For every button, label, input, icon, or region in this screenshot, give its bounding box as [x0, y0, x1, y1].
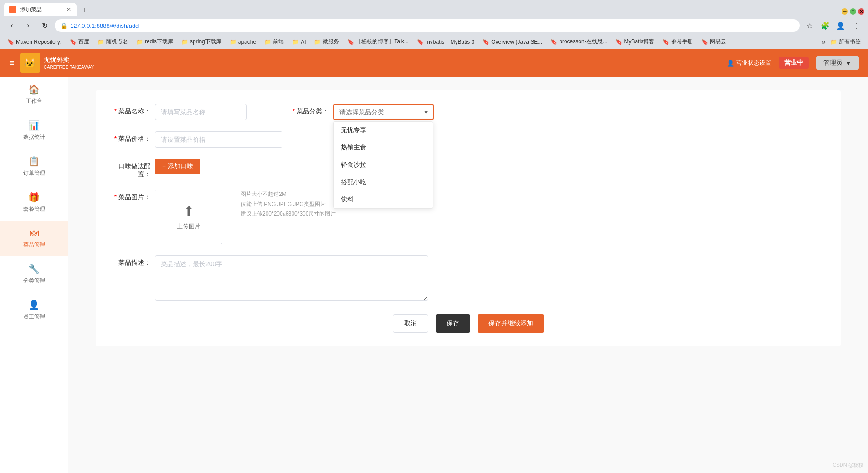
required-star-img: *	[114, 193, 117, 201]
bookmarks-bar: 🔖 Maven Repository: 🔖 百度 📁 随机点名 📁 redis下…	[0, 35, 868, 49]
upload-btn-label: 上传图片	[177, 222, 200, 231]
bookmark-java[interactable]: 🔖 Overview (Java SE...	[479, 37, 546, 46]
save-continue-button[interactable]: 保存并继续添加	[478, 314, 544, 333]
sidebar-item-stats-label: 数据统计	[23, 134, 45, 141]
bookmark-frontend[interactable]: 📁 前端	[261, 36, 288, 47]
sidebar-item-employees[interactable]: 👤 员工管理	[0, 292, 68, 328]
category-select-wrapper: ▼ 无忧专享 热销主食 轻食沙拉 搭配小吃 饮料	[333, 104, 434, 120]
form-col-name: * 菜品名称：	[114, 104, 247, 120]
bookmark-mybatis[interactable]: 🔖 mybatis – MyBatis 3	[413, 37, 478, 46]
watermark: CSDN @杨校	[833, 462, 863, 468]
stats-icon: 📊	[28, 120, 40, 131]
dishes-icon: 🍽	[30, 228, 39, 238]
add-flavor-btn[interactable]: + 添加口味	[155, 159, 200, 174]
more-options-icon[interactable]: ⋮	[850, 19, 863, 32]
upload-icon: ⬆	[184, 204, 194, 219]
business-settings-btn[interactable]: 👤 营业状态设置	[727, 59, 771, 67]
address-bar[interactable]: 🔒 127.0.0.1:8888/#/dish/add	[55, 19, 800, 32]
bookmark-microservice[interactable]: 📁 微服务	[310, 36, 343, 47]
form-row-image: * 菜品图片： ⬆ 上传图片 图片大小不超过2M 仅能上传 PNG JPEG J…	[114, 190, 822, 244]
bookmark-processon[interactable]: 🔖 processon-在线思...	[547, 36, 611, 47]
dish-name-input[interactable]	[155, 104, 247, 120]
save-button[interactable]: 保存	[436, 314, 470, 333]
packages-icon: 🎁	[28, 192, 40, 203]
dish-price-input[interactable]	[155, 131, 282, 148]
bookmark-folder-icon-5: 📁	[264, 39, 271, 45]
category-select-input[interactable]	[333, 104, 434, 120]
sidebar-item-orders-label: 订单管理	[23, 170, 45, 177]
bookmark-star-icon[interactable]: ☆	[803, 19, 816, 32]
content-area: * 菜品名称： * 菜品分类：	[68, 77, 868, 473]
bookmarks-more-btn[interactable]: »	[822, 38, 826, 46]
bookmark-netease[interactable]: 🔖 网易云	[698, 36, 730, 47]
description-textarea[interactable]	[155, 255, 428, 301]
app-header: ≡ 🐱 无忧外卖 CAREFREE TAKEAWAY 👤 营业状态设置 营业中 …	[0, 49, 868, 77]
sidebar-item-orders[interactable]: 📋 订单管理	[0, 149, 68, 185]
sidebar-item-categories[interactable]: 🔧 分类管理	[0, 256, 68, 292]
dropdown-item-1[interactable]: 热销主食	[334, 139, 433, 156]
forward-btn[interactable]: ›	[22, 19, 35, 32]
menu-toggle-btn[interactable]: ≡	[9, 58, 15, 68]
bookmark-baidu[interactable]: 🔖 百度	[66, 36, 93, 47]
bookmark-redis-label: redis下载库	[145, 38, 173, 46]
dropdown-item-0[interactable]: 无忧专享	[334, 122, 433, 139]
required-star-price: *	[114, 135, 117, 142]
tab-close-btn[interactable]: ✕	[67, 6, 71, 13]
category-dropdown-menu: 无忧专享 热销主食 轻食沙拉 搭配小吃 饮料	[333, 121, 433, 209]
bookmark-all[interactable]: 📁 所有书签	[827, 36, 864, 47]
bookmark-random[interactable]: 📁 随机点名	[94, 36, 132, 47]
form-btn-row: 取消 保存 保存并继续添加	[114, 314, 822, 333]
dropdown-item-3[interactable]: 搭配小吃	[334, 174, 433, 191]
settings-icon: 👤	[727, 60, 734, 67]
user-label: 管理员	[823, 59, 842, 67]
dropdown-item-2[interactable]: 轻食沙拉	[334, 156, 433, 174]
bookmark-frontend-label: 前端	[273, 38, 284, 46]
minimize-btn[interactable]: ─	[842, 8, 848, 15]
sidebar-item-stats[interactable]: 📊 数据统计	[0, 113, 68, 149]
bookmark-apache[interactable]: 📁 apache	[226, 37, 260, 46]
categories-icon: 🔧	[28, 263, 40, 274]
cancel-button[interactable]: 取消	[393, 314, 428, 333]
orders-icon: 📋	[28, 156, 40, 167]
form-col-category: * 菜品分类： ▼ 无忧专享 热销主食 轻食沙拉	[292, 104, 434, 120]
dropdown-item-4[interactable]: 饮料	[334, 191, 433, 208]
bookmark-spring-label: spring下载库	[190, 38, 221, 46]
back-btn[interactable]: ‹	[5, 19, 18, 32]
reload-btn[interactable]: ↻	[38, 19, 51, 32]
bookmark-mybatis-blog-label: MyBatis博客	[624, 38, 655, 46]
bookmark-processon-icon: 🔖	[550, 39, 557, 45]
profile-icon[interactable]: 👤	[834, 19, 847, 32]
bookmark-random-label: 随机点名	[106, 38, 128, 46]
bookmark-redis[interactable]: 📁 redis下载库	[133, 36, 177, 47]
upload-hint-line3: 建议上传200*200或300*300尺寸的图片	[241, 209, 336, 219]
bookmark-ai[interactable]: 📁 AI	[288, 37, 309, 46]
bookmark-yang[interactable]: 🔖 【杨校的博客】Talk...	[344, 36, 412, 47]
bookmark-microservice-label: 微服务	[323, 38, 339, 46]
user-dropdown-btn[interactable]: 管理员 ▼	[816, 56, 859, 70]
dish-name-control	[155, 104, 247, 120]
form-row-description: 菜品描述：	[114, 255, 822, 301]
main-layout: 🏠 工作台 📊 数据统计 📋 订单管理 🎁 套餐管理 🍽 菜品管理	[0, 77, 868, 473]
sidebar-item-dishes[interactable]: 🍽 菜品管理	[0, 221, 68, 256]
sidebar-item-workbench[interactable]: 🏠 工作台	[0, 77, 68, 113]
sidebar-item-categories-label: 分类管理	[23, 277, 45, 285]
upload-hint-line2: 仅能上传 PNG JPEG JPG类型图片	[241, 200, 336, 210]
bookmark-baidu-label: 百度	[78, 38, 89, 46]
sidebar-item-packages[interactable]: 🎁 套餐管理	[0, 185, 68, 221]
tab-favicon	[9, 6, 16, 13]
bookmark-mybatis-blog[interactable]: 🔖 MyBatis博客	[612, 36, 658, 47]
status-badge[interactable]: 营业中	[779, 57, 809, 69]
bookmark-folder-icon-3: 📁	[181, 39, 188, 45]
close-btn[interactable]: ✕	[858, 8, 864, 15]
active-tab[interactable]: 添加菜品 ✕	[4, 3, 77, 16]
bookmark-reference[interactable]: 🔖 参考手册	[659, 36, 697, 47]
new-tab-btn[interactable]: +	[78, 4, 91, 16]
extensions-icon[interactable]: 🧩	[819, 19, 832, 32]
maximize-btn[interactable]: □	[850, 8, 856, 15]
sidebar-item-employees-label: 员工管理	[23, 313, 45, 321]
bookmark-maven[interactable]: 🔖 Maven Repository:	[4, 37, 65, 46]
upload-area[interactable]: ⬆ 上传图片	[155, 190, 222, 244]
logo-box: 🐱 无忧外卖 CAREFREE TAKEAWAY	[20, 53, 94, 73]
logo-line1: 无忧外卖	[44, 56, 94, 64]
bookmark-spring[interactable]: 📁 spring下载库	[178, 36, 225, 47]
